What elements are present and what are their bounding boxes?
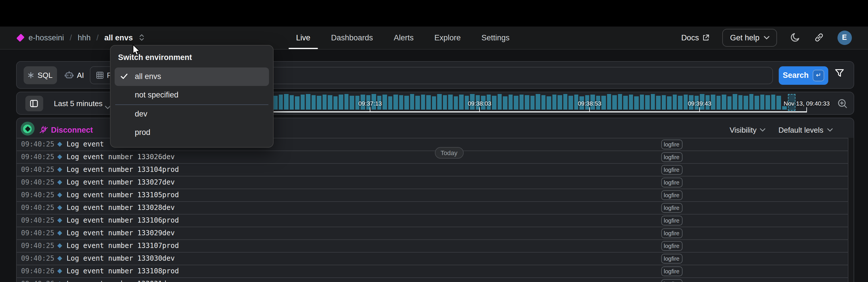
histogram-bar — [311, 95, 316, 110]
log-level-diamond-icon: ◆ — [57, 267, 62, 274]
log-message: Log event number 133028dev — [66, 203, 175, 212]
chevron-down-icon — [827, 128, 833, 132]
histogram-bar — [410, 94, 414, 110]
log-row[interactable]: 09:40:26 ◆ Log event number 133031dev lo… — [17, 277, 853, 282]
tick-label: 09:38:03 — [468, 100, 491, 106]
log-message: Log event — [66, 140, 104, 148]
log-level-diamond-icon: ◆ — [57, 203, 62, 211]
env-option-label: not specified — [135, 90, 179, 99]
filter-button[interactable] — [834, 68, 844, 80]
sql-mode-button[interactable]: SQL — [24, 66, 57, 84]
log-row[interactable]: 09:40:25 ◆ Log event number 133106prod l… — [17, 214, 853, 226]
get-help-button[interactable]: Get help — [722, 29, 777, 47]
log-message: Log event number 133108prod — [66, 267, 179, 275]
log-row[interactable]: 09:40:25 ◆ Log event number 133027dev lo… — [17, 176, 853, 188]
search-button[interactable]: Search ↵ — [779, 66, 828, 84]
histogram-bar — [459, 94, 463, 110]
log-row[interactable]: 09:40:25 ◆ Log event number 133104prod l… — [17, 163, 853, 176]
log-row[interactable]: 09:40:25 ◆ Log event number 133029dev lo… — [17, 226, 853, 239]
default-levels-dropdown[interactable]: Default levels — [778, 125, 833, 134]
default-levels-label: Default levels — [778, 125, 824, 134]
nav-tab-label: Alerts — [394, 33, 413, 42]
histogram-bar — [492, 95, 496, 110]
histogram-bar — [454, 96, 458, 110]
external-link-icon — [703, 34, 709, 41]
nav-tab-alerts[interactable]: Alerts — [386, 27, 421, 49]
link-icon — [813, 32, 824, 43]
dark-mode-toggle[interactable] — [790, 32, 800, 43]
log-row[interactable]: 09:40:25 ◆ Log event number 133028dev lo… — [17, 201, 853, 214]
histogram-bar — [437, 94, 441, 110]
breadcrumb-separator: / — [70, 33, 72, 42]
breadcrumb-project[interactable]: hhh — [78, 33, 91, 42]
histogram-bar — [623, 95, 627, 110]
nav-tab-explore[interactable]: Explore — [427, 27, 468, 49]
histogram-bar — [607, 94, 611, 110]
environment-switcher[interactable]: all envs — [104, 33, 133, 42]
log-row[interactable]: 09:40:25 ◆ Log event number 133107prod l… — [17, 239, 853, 252]
histogram-bar — [289, 95, 294, 110]
docs-link[interactable]: Docs — [681, 33, 709, 42]
nav-tab-live[interactable]: Live — [288, 27, 318, 49]
histogram-bar — [766, 95, 770, 110]
breadcrumb-org[interactable]: e-hosseini — [29, 33, 64, 42]
histogram-bar — [711, 94, 715, 110]
log-timestamp: 09:40:25 — [21, 203, 55, 212]
histogram-bar — [382, 95, 387, 110]
log-row[interactable]: 09:40:25 ◆ Log event number 133105prod l… — [17, 188, 853, 201]
histogram-bar — [563, 94, 567, 110]
histogram-bar — [404, 95, 409, 110]
sql-label: SQL — [37, 71, 53, 80]
histogram-bar — [738, 95, 742, 110]
env-option[interactable]: not specified — [115, 86, 269, 104]
histogram-bar — [328, 95, 332, 110]
nav-tab-dashboards[interactable]: Dashboards — [324, 27, 381, 49]
scope-badge: logfire — [661, 228, 682, 238]
log-message: Log event number 133106prod — [66, 216, 179, 224]
histogram-bar — [640, 94, 644, 110]
log-list[interactable]: 09:40:25 ◆ Log event logfire 09:40:25 ◆ … — [17, 138, 853, 282]
visibility-dropdown[interactable]: Visibility — [730, 125, 766, 134]
main-nav: LiveDashboardsAlertsExploreSettings — [288, 27, 517, 49]
tick-mark — [479, 107, 480, 112]
logfire-logo-icon[interactable] — [16, 33, 25, 42]
avatar[interactable]: E — [837, 30, 851, 45]
ai-label: AI — [77, 71, 84, 80]
nav-tab-label: Settings — [482, 33, 510, 42]
log-scrollbar[interactable] — [847, 138, 854, 282]
histogram-bar — [497, 94, 502, 110]
log-row[interactable]: 09:40:26 ◆ Log event number 133108prod l… — [17, 264, 853, 277]
histogram-bar — [683, 95, 688, 110]
env-option[interactable]: all envs — [115, 67, 269, 86]
histogram-bar — [350, 95, 354, 110]
log-timestamp: 09:40:25 — [21, 178, 55, 186]
histogram-bar — [568, 96, 573, 110]
env-option[interactable]: prod — [115, 123, 269, 142]
log-timestamp: 09:40:25 — [21, 166, 55, 174]
timeline-end-label: Nov 13, 09:40:33 — [784, 100, 830, 106]
log-level-diamond-icon: ◆ — [57, 191, 62, 198]
scope-badge: logfire — [661, 216, 682, 225]
nav-tab-settings[interactable]: Settings — [474, 27, 517, 49]
zoom-in-button[interactable] — [837, 98, 847, 111]
log-message: Log event number 133027dev — [66, 178, 175, 186]
nav-tab-label: Explore — [434, 33, 461, 42]
log-row[interactable]: 09:40:25 ◆ Log event number 133030dev lo… — [17, 252, 853, 264]
histogram-bar — [508, 95, 513, 110]
histogram-bar — [339, 95, 343, 110]
histogram-bar — [727, 96, 732, 110]
histogram-bar — [749, 94, 753, 110]
histogram-bar — [388, 96, 392, 110]
env-option[interactable]: dev — [115, 105, 269, 123]
tick-label: 09:39:43 — [688, 100, 711, 106]
query-input[interactable] — [191, 66, 773, 84]
env-option-label: prod — [135, 128, 150, 137]
ai-mode-button[interactable]: AI — [61, 66, 88, 84]
robot-icon — [64, 71, 73, 80]
scope-badge: logfire — [661, 139, 682, 149]
share-link-button[interactable] — [813, 32, 824, 43]
histogram-bar — [558, 95, 562, 110]
histogram-bar — [618, 94, 622, 110]
histogram-bar — [530, 96, 534, 110]
histogram-bar — [776, 96, 781, 110]
